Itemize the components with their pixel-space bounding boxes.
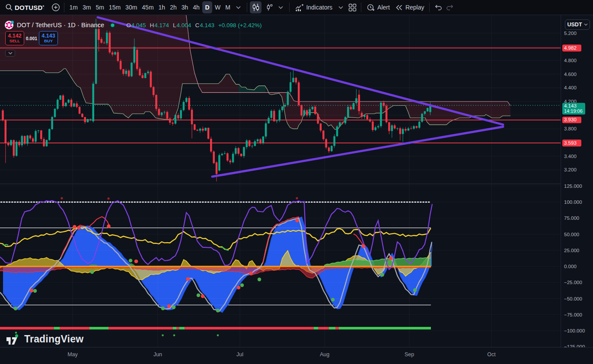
time-axis-month-Oct: Oct [487,351,495,358]
signal-dot-red [186,277,190,281]
osc-trend-strip-segment [54,327,60,329]
price-label-4982: 4.982 [562,44,581,51]
buy-button[interactable]: 4.143 BUY [39,31,58,45]
time-axis[interactable]: MayJunJulAugSepOct [0,347,593,364]
compare-add-icon[interactable] [50,1,61,13]
symbol-search-button[interactable]: DOTUSDT [15,4,44,11]
exchange-mini-logo [11,21,14,24]
sell-button[interactable]: 4.142 SELL [5,31,24,45]
style-expand-chevron-icon[interactable] [275,1,287,13]
replay-label: Replay [405,4,424,11]
timeframe-5m[interactable]: 5m [94,1,106,13]
timeframe-row: 1m3m5m15m30m45m1h2h3h4hDWM [67,1,233,13]
alert-button[interactable]: Alert [364,1,392,13]
toolbar-separator [64,3,64,12]
timeframe-3h[interactable]: 3h [179,1,190,13]
replay-button[interactable]: Replay [392,1,427,13]
chevron-down-icon [584,23,588,26]
ohlc-readout: O4.045 H4.174 L4.004 C4.143 +0.098 (+2.4… [126,22,261,28]
timeframe-expand-chevron-icon[interactable] [233,1,244,13]
price-tick-label: 3.800 [564,126,577,131]
signal-dot-red [73,225,77,229]
signal-dot-green [258,278,261,282]
chevron-down-icon [8,52,13,54]
high-label: H [150,22,154,28]
signal-dot-sub-green [217,334,219,336]
indicators-templates-chevron-icon[interactable] [335,1,347,13]
toolbar-separator [361,3,361,12]
collapse-panel-button[interactable] [5,50,15,57]
timeframe-D[interactable]: D [202,1,212,13]
osc-yellow-line-green-segment [3,244,8,245]
trade-panel: 4.142 SELL 0.001 4.143 BUY [5,31,58,45]
candles-style-button[interactable] [250,1,261,13]
signal-dot-sub-green [173,334,175,336]
osc-tick-label: −50.000 [564,296,582,301]
symbol-title[interactable]: DOT / TetherUS · 1D · Binance [17,22,104,28]
dot-polkadot-logo[interactable] [4,20,14,30]
timeframe-2h[interactable]: 2h [168,1,179,13]
redo-icon[interactable] [444,1,456,13]
osc-yellow-line-green-segment [220,247,229,250]
time-axis-month-Jun: Jun [153,351,162,358]
price-scale[interactable]: USDT 5.2004.8004.6004.4004.2003.8003.400… [561,15,593,347]
time-axis-month-Aug: Aug [320,351,329,358]
undo-icon[interactable] [432,1,444,13]
osc-trend-strip-segment [339,327,431,329]
signal-dot-red [362,244,366,248]
signal-dot-top-red [61,197,63,199]
osc-trend-strip-segment [60,327,89,329]
tradingview-logo-icon [6,334,21,345]
signal-dot-red [30,289,34,293]
replay-icon [395,3,403,12]
signal-dot-green [33,289,37,293]
timeframe-15m[interactable]: 15m [107,1,122,13]
osc-tick-label: −25.000 [564,280,582,285]
layout-grid-icon[interactable] [347,1,358,13]
toolbar-separator [429,3,430,12]
last-price-label: 4.14314:19:06 [562,103,585,115]
timeframe-45m[interactable]: 45m [140,1,156,13]
signal-dot-sub-green [162,334,164,336]
indicators-icon [295,3,304,12]
signal-dot-green [413,288,417,292]
timeframe-3m[interactable]: 3m [80,1,92,13]
timeframe-1m[interactable]: 1m [67,1,80,13]
osc-tick-label: 50.000 [564,232,579,237]
toolbar-separator [247,3,247,12]
spread-value: 0.001 [24,36,39,41]
time-axis-month-May: May [67,351,78,358]
signal-dot-red [295,218,299,222]
signal-dot-red [107,225,111,228]
toolbar-separator [289,3,290,12]
price-pane[interactable] [0,15,561,181]
osc-trend-strip-segment [176,327,179,329]
trendline-drawing[interactable] [212,127,503,177]
signal-dot-green [216,309,220,313]
osc-tick-label: −100.000 [564,328,585,333]
signal-dot-green [172,305,176,309]
signal-dot-red [249,272,253,275]
market-status-dot-icon[interactable] [109,22,116,28]
signal-dot-top-red [296,197,298,199]
indicators-button[interactable]: Indicators [292,1,335,13]
osc-trend-strip-segment [89,327,108,329]
osc-trend-strip-segment [329,327,335,329]
timeframe-1h[interactable]: 1h [156,1,167,13]
chart-style-secondary-button[interactable] [263,1,275,13]
chart-region[interactable]: DOT / TetherUS · 1D · Binance O4.045 H4.… [0,15,593,347]
watermark-text: TradingView [24,333,83,345]
osc-trend-strip-segment [185,327,314,329]
currency-toggle-button[interactable]: USDT [565,19,590,30]
timeframe-4h[interactable]: 4h [191,1,202,13]
price-tick-label: 4.600 [564,72,577,77]
search-icon[interactable] [3,1,15,13]
signal-dot-green [161,307,165,310]
buy-price: 4.143 [41,33,55,39]
price-tick-label: 5.200 [564,31,577,36]
tradingview-watermark[interactable]: TradingView [6,333,83,345]
timeframe-M[interactable]: M [223,1,233,13]
timeframe-30m[interactable]: 30m [124,1,139,13]
chart-canvas[interactable] [0,15,593,347]
timeframe-W[interactable]: W [213,1,223,13]
